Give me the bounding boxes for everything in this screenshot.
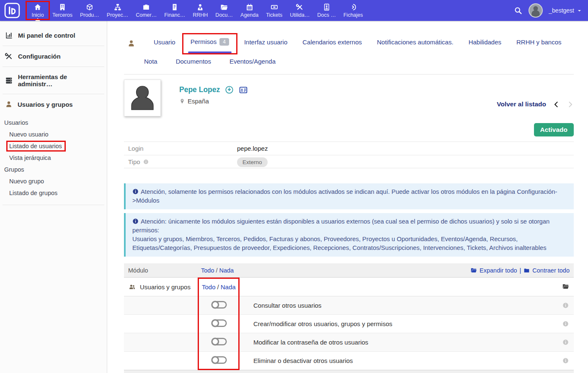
- tab-calendarios-externos[interactable]: Calendarios externos: [295, 32, 369, 54]
- notice-external-users: Atención: únicamente los módulos siguien…: [124, 213, 574, 257]
- expand-all-link[interactable]: Expandir todo: [480, 267, 517, 274]
- username-label: _bestgest: [549, 7, 574, 14]
- left-sidebar: Mi panel de control Configuración Herram…: [0, 21, 107, 373]
- nav-item-productos[interactable]: Produ…: [76, 0, 103, 21]
- avatar-silhouette-icon: [529, 4, 542, 17]
- permission-label: Eliminar o desactivar otros usuarios: [240, 357, 557, 364]
- status-badge[interactable]: Activado: [534, 123, 574, 136]
- table-next-row-partial: [124, 370, 574, 373]
- folder-open-icon[interactable]: [562, 283, 569, 290]
- tab-rrhh-bancos[interactable]: RRHH y bancos: [509, 32, 569, 54]
- back-to-list-link[interactable]: Volver al listado: [497, 100, 546, 108]
- toggle-off-icon[interactable]: [210, 318, 227, 328]
- chevron-right-icon[interactable]: [567, 101, 574, 108]
- toggle-off-icon[interactable]: [210, 355, 227, 365]
- app-logo[interactable]: [4, 3, 20, 18]
- status-row: Activado: [124, 123, 574, 136]
- toggle-off-icon[interactable]: [210, 300, 227, 310]
- tab-eventos-agenda[interactable]: Eventos/Agenda: [220, 54, 285, 69]
- permission-rows: Consultar otros usuarios Crear/modificar…: [124, 296, 574, 370]
- tab-label: Permisos: [191, 38, 217, 45]
- sidebar-item-nuevo-usuario[interactable]: Nuevo usuario: [9, 131, 49, 138]
- nav-item-docs[interactable]: Docs …: [314, 0, 340, 21]
- tab-interfaz-usuario[interactable]: Interfaz usuario: [237, 32, 295, 54]
- active-menu-indicator: [35, 18, 40, 21]
- toggle-off-icon[interactable]: [210, 337, 227, 347]
- nav-item-documentos[interactable]: Docu…: [211, 0, 237, 21]
- chevron-left-icon[interactable]: [553, 101, 560, 108]
- user-photo[interactable]: [124, 80, 161, 116]
- folder-open-icon: [470, 267, 477, 273]
- tab-habilidades[interactable]: Habilidades: [461, 32, 509, 54]
- select-all-link[interactable]: Todo: [201, 267, 214, 274]
- sidebar-section-label: Configuración: [18, 53, 61, 60]
- user-country: España: [188, 98, 209, 105]
- select-none-link[interactable]: Nada: [219, 267, 234, 274]
- project-diagram-icon: [114, 3, 121, 11]
- collapse-all-link[interactable]: Contraer todo: [532, 267, 570, 274]
- nav-item-fichajes[interactable]: Fichajes: [340, 0, 367, 21]
- tab-label: Eventos/Agenda: [230, 58, 276, 65]
- sidebar-section-label: Usuarios y grupos: [18, 101, 73, 108]
- sidebar-item-herramientas-admin[interactable]: Herramientas de administr…: [0, 67, 107, 94]
- main-content: Usuario Permisos4 Interfaz usuario Calen…: [107, 21, 588, 373]
- tab-label: Usuario: [154, 39, 175, 46]
- tab-permisos[interactable]: Permisos4: [183, 32, 237, 54]
- nav-label: Docs …: [317, 12, 336, 18]
- dolibarr-logo-icon: [4, 3, 20, 18]
- active-tab-underline: [188, 51, 232, 53]
- notice-text: Atención: únicamente los módulos siguien…: [132, 218, 549, 234]
- sidebar-item-panel-control[interactable]: Mi panel de control: [0, 25, 107, 46]
- nav-label: Financ…: [164, 12, 185, 18]
- module-select-all-link[interactable]: Todo: [202, 283, 216, 291]
- sidebar-item-configuracion[interactable]: Configuración: [0, 46, 107, 67]
- top-navbar: Inicio Terceros Produ… Proyec… Comer…: [0, 0, 588, 21]
- search-icon[interactable]: [514, 6, 523, 15]
- sidebar-item-nuevo-grupo[interactable]: Nuevo grupo: [9, 178, 44, 185]
- nav-item-financiera[interactable]: Financ…: [160, 0, 189, 21]
- card-tabs-row1: Usuario Permisos4 Interfaz usuario Calen…: [124, 32, 574, 54]
- tab-label: Documentos: [176, 58, 211, 65]
- nav-label: Produ…: [80, 12, 99, 18]
- nav-item-comercial[interactable]: Comer…: [132, 0, 160, 21]
- user-menu[interactable]: _bestgest: [549, 7, 582, 14]
- user-identity: Pepe Lopez España: [179, 80, 248, 116]
- nav-item-rrhh[interactable]: RRHH: [189, 0, 211, 21]
- main-menu: Inicio Terceros Produ… Proyec… Comer…: [27, 0, 367, 21]
- nav-item-inicio[interactable]: Inicio: [27, 0, 49, 21]
- permission-row-eliminar-desactivar: Eliminar o desactivar otros usuarios: [124, 352, 574, 370]
- tab-usuario[interactable]: Usuario: [146, 32, 183, 54]
- user-fields-table: Login pepe.lopez Tipo Externo: [124, 141, 574, 168]
- field-row-login: Login pepe.lopez: [124, 141, 574, 155]
- nav-label: Tickets: [266, 12, 282, 18]
- nav-item-proyectos[interactable]: Proyec…: [103, 0, 132, 21]
- sidebar-item-listado-usuarios[interactable]: Listado de usuarios: [9, 143, 62, 149]
- nav-item-tickets[interactable]: Tickets: [262, 0, 286, 21]
- tab-notificaciones[interactable]: Notificaciones automáticas.: [369, 32, 461, 54]
- nav-item-utilidades[interactable]: Utilida…: [286, 0, 313, 21]
- tab-documentos[interactable]: Documentos: [167, 54, 220, 69]
- field-label: Login: [128, 145, 144, 152]
- home-icon: [34, 3, 41, 11]
- module-select-none-link[interactable]: Nada: [221, 283, 236, 291]
- tab-label: Notificaciones automáticas.: [377, 39, 454, 46]
- invoice-icon: [171, 3, 178, 11]
- map-pin-icon: [179, 98, 185, 104]
- download-circle-icon[interactable]: [225, 85, 234, 94]
- sidebar-item-vista-jerarquica[interactable]: Vista jerárquica: [9, 154, 51, 161]
- vcard-icon[interactable]: [239, 86, 248, 94]
- avatar[interactable]: [529, 3, 543, 18]
- nav-item-agenda[interactable]: Agenda: [237, 0, 262, 21]
- sidebar-item-usuarios-grupos[interactable]: Usuarios y grupos: [0, 94, 107, 114]
- permission-label: Crear/modificar otros usuarios, grupos y…: [240, 320, 557, 327]
- tab-nota[interactable]: Nota: [135, 54, 167, 69]
- nav-item-terceros[interactable]: Terceros: [49, 0, 76, 21]
- clock-in-icon: [349, 3, 357, 11]
- nav-label: Agenda: [240, 12, 258, 18]
- divider: [3, 205, 104, 205]
- permission-label: Consultar otros usuarios: [240, 302, 557, 309]
- module-name: Usuarios y grupos: [140, 283, 191, 291]
- info-circle-icon: [132, 188, 139, 195]
- module-row-usuarios-grupos: Usuarios y grupos Todo/Nada: [124, 278, 574, 296]
- sidebar-item-listado-grupos[interactable]: Listado de grupos: [9, 190, 57, 196]
